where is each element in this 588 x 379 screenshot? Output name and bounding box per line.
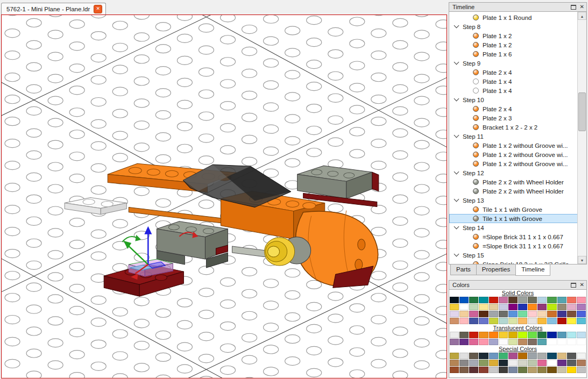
timeline-scrollbar[interactable]: ▲ ▼ bbox=[577, 12, 586, 264]
timeline-part-row[interactable]: Plate 1 x 2 bbox=[449, 40, 586, 49]
color-swatch[interactable] bbox=[459, 332, 469, 338]
color-swatch[interactable] bbox=[508, 353, 518, 359]
color-swatch[interactable] bbox=[528, 367, 537, 373]
timeline-part-row[interactable]: Plate 1 x 2 without Groove wi... bbox=[449, 159, 586, 168]
timeline-part-row[interactable]: Tile 1 x 1 with Groove bbox=[449, 205, 586, 214]
color-swatch[interactable] bbox=[528, 353, 537, 359]
color-swatch[interactable] bbox=[459, 360, 469, 366]
tab-timeline[interactable]: Timeline bbox=[515, 264, 550, 276]
color-swatch[interactable] bbox=[537, 304, 547, 310]
color-swatch[interactable] bbox=[489, 353, 498, 359]
document-tab[interactable]: 5762-1 - Mini Plane - Plane.ldr ✕ bbox=[1, 3, 106, 15]
color-swatch[interactable] bbox=[567, 353, 576, 359]
color-swatch[interactable] bbox=[499, 304, 508, 310]
color-swatch[interactable] bbox=[508, 304, 518, 310]
color-swatch[interactable] bbox=[557, 318, 566, 324]
color-swatch[interactable] bbox=[489, 339, 498, 345]
timeline-step-row[interactable]: Step 14 bbox=[449, 223, 586, 232]
color-swatch[interactable] bbox=[469, 304, 478, 310]
color-swatch[interactable] bbox=[557, 297, 566, 303]
color-swatch[interactable] bbox=[518, 332, 527, 338]
color-swatch[interactable] bbox=[499, 339, 508, 345]
color-swatch[interactable] bbox=[518, 353, 527, 359]
color-swatch[interactable] bbox=[499, 332, 508, 338]
color-swatch[interactable] bbox=[557, 339, 566, 345]
color-swatch[interactable] bbox=[557, 304, 566, 310]
color-swatch[interactable] bbox=[537, 297, 547, 303]
color-swatch[interactable] bbox=[518, 360, 527, 366]
color-swatch[interactable] bbox=[577, 311, 586, 317]
color-swatch[interactable] bbox=[450, 353, 459, 359]
color-swatch[interactable] bbox=[528, 332, 537, 338]
color-swatch[interactable] bbox=[450, 332, 459, 338]
color-swatch[interactable] bbox=[567, 297, 576, 303]
color-swatch[interactable] bbox=[547, 332, 556, 338]
timeline-part-row[interactable]: =Slope Brick 31 1 x 1 x 0.667 bbox=[449, 241, 586, 251]
scroll-down-button[interactable]: ▼ bbox=[578, 256, 586, 264]
color-swatch[interactable] bbox=[479, 311, 488, 317]
color-swatch[interactable] bbox=[499, 311, 508, 317]
color-swatch[interactable] bbox=[499, 367, 508, 373]
color-swatch[interactable] bbox=[479, 304, 488, 310]
color-swatch[interactable] bbox=[508, 297, 518, 303]
color-swatch[interactable] bbox=[479, 318, 488, 324]
color-swatch[interactable] bbox=[557, 311, 566, 317]
timeline-step-row[interactable]: Step 13 bbox=[449, 196, 586, 205]
color-swatch[interactable] bbox=[557, 353, 566, 359]
timeline-tree[interactable]: ▲ ▼ Plate 1 x 1 RoundStep 8Plate 1 x 2Pl… bbox=[449, 12, 587, 264]
tab-close-icon[interactable]: ✕ bbox=[94, 5, 102, 13]
color-swatch[interactable] bbox=[537, 367, 547, 373]
color-swatch[interactable] bbox=[577, 367, 586, 373]
color-swatch[interactable] bbox=[469, 332, 478, 338]
color-swatch[interactable] bbox=[450, 367, 459, 373]
timeline-part-row[interactable]: Slope Brick 18 2 x 1 x 2/3 Grille bbox=[449, 260, 586, 264]
timeline-step-row[interactable]: Step 15 bbox=[449, 251, 586, 260]
close-panel-icon[interactable]: ✕ bbox=[580, 282, 584, 288]
color-swatch[interactable] bbox=[450, 318, 459, 324]
color-swatch[interactable] bbox=[450, 339, 459, 345]
color-swatch[interactable] bbox=[459, 339, 469, 345]
timeline-part-row[interactable]: Plate 2 x 3 bbox=[449, 113, 586, 123]
color-swatch[interactable] bbox=[567, 339, 576, 345]
color-swatch[interactable] bbox=[459, 318, 469, 324]
color-swatch[interactable] bbox=[508, 318, 518, 324]
color-swatch[interactable] bbox=[518, 339, 527, 345]
color-swatch[interactable] bbox=[577, 297, 586, 303]
color-swatch[interactable] bbox=[499, 297, 508, 303]
float-panel-icon[interactable] bbox=[571, 5, 576, 10]
color-swatch[interactable] bbox=[479, 339, 488, 345]
timeline-part-row[interactable]: Plate 1 x 2 without Groove wi... bbox=[449, 141, 586, 150]
timeline-part-row[interactable]: Plate 2 x 4 bbox=[449, 104, 586, 113]
color-swatch[interactable] bbox=[537, 311, 547, 317]
close-panel-icon[interactable]: ✕ bbox=[580, 4, 584, 10]
timeline-part-row[interactable]: Plate 2 x 2 with Wheel Holder bbox=[449, 187, 586, 196]
color-swatch[interactable] bbox=[537, 332, 547, 338]
color-swatch[interactable] bbox=[469, 311, 478, 317]
color-swatch[interactable] bbox=[537, 339, 547, 345]
color-swatch[interactable] bbox=[528, 297, 537, 303]
color-swatch[interactable] bbox=[557, 367, 566, 373]
timeline-step-row[interactable]: Step 9 bbox=[449, 59, 586, 68]
color-swatch[interactable] bbox=[577, 304, 586, 310]
viewport-3d[interactable] bbox=[1, 15, 447, 378]
color-swatch[interactable] bbox=[557, 360, 566, 366]
color-swatch[interactable] bbox=[577, 353, 586, 359]
color-swatch[interactable] bbox=[450, 311, 459, 317]
color-swatch[interactable] bbox=[450, 360, 459, 366]
color-swatch[interactable] bbox=[469, 367, 478, 373]
color-swatch[interactable] bbox=[459, 297, 469, 303]
color-swatch[interactable] bbox=[469, 318, 478, 324]
color-swatch[interactable] bbox=[479, 353, 488, 359]
color-swatch[interactable] bbox=[547, 304, 556, 310]
scrollbar-thumb[interactable] bbox=[578, 92, 586, 131]
color-swatch[interactable] bbox=[528, 360, 537, 366]
color-swatch[interactable] bbox=[508, 332, 518, 338]
color-swatch[interactable] bbox=[508, 360, 518, 366]
timeline-part-row[interactable]: Tile 1 x 1 with Groove bbox=[449, 214, 586, 223]
color-swatch[interactable] bbox=[547, 318, 556, 324]
color-swatch[interactable] bbox=[567, 318, 576, 324]
color-swatch[interactable] bbox=[547, 311, 556, 317]
color-swatch[interactable] bbox=[528, 311, 537, 317]
timeline-part-row[interactable]: Plate 1 x 1 Round bbox=[449, 13, 586, 22]
color-swatch[interactable] bbox=[489, 304, 498, 310]
